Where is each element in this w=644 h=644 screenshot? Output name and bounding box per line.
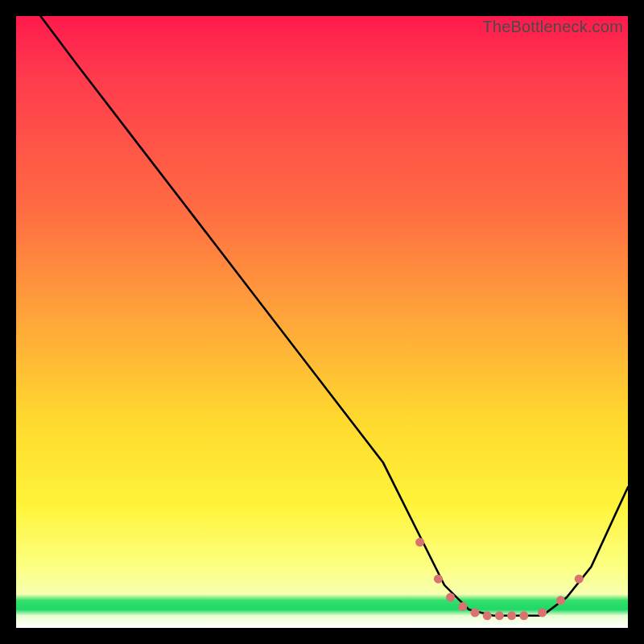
valley-dot	[519, 611, 528, 620]
valley-dot	[471, 609, 480, 617]
valley-dot	[495, 611, 504, 620]
valley-dot	[434, 575, 443, 584]
chart-svg	[16, 16, 628, 628]
valley-dot	[575, 575, 584, 584]
valley-dot	[415, 538, 424, 547]
valley-dots-group	[415, 538, 584, 620]
valley-dot	[446, 593, 455, 602]
valley-dot	[507, 611, 516, 620]
valley-dot	[538, 609, 547, 617]
valley-dot	[556, 596, 565, 605]
chart-stage: TheBottleneck.com	[0, 0, 644, 644]
valley-dot	[483, 611, 492, 620]
valley-dot	[458, 602, 467, 611]
plot-area: TheBottleneck.com	[16, 16, 628, 628]
bottleneck-curve	[40, 16, 628, 616]
